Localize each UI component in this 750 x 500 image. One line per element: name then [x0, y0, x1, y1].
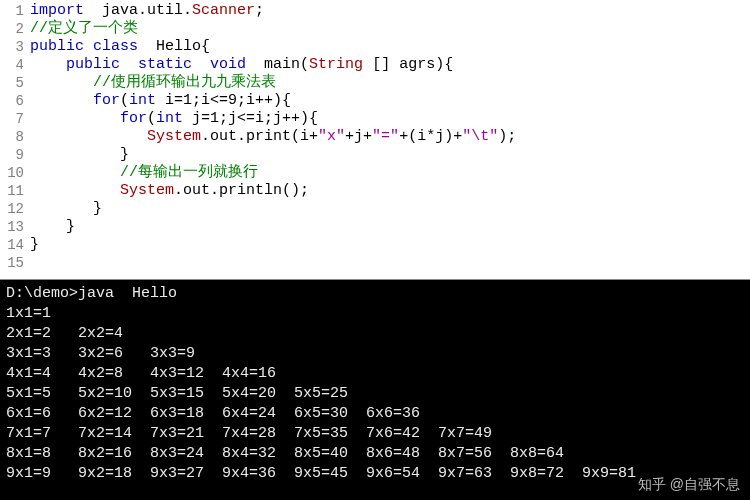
- code-token: [30, 110, 120, 127]
- code-token: }: [30, 146, 129, 163]
- code-line[interactable]: //定义了一个类: [30, 20, 750, 38]
- line-number: 9: [0, 146, 24, 164]
- code-line[interactable]: }: [30, 146, 750, 164]
- code-token: [] agrs){: [363, 56, 453, 73]
- code-editor[interactable]: 123456789101112131415 import java.util.S…: [0, 0, 750, 280]
- code-token: (: [147, 110, 156, 127]
- line-number: 12: [0, 200, 24, 218]
- code-token: for: [93, 92, 120, 109]
- terminal-row: 2x1=2 2x2=4: [6, 324, 744, 344]
- code-token: [30, 92, 93, 109]
- terminal-row: 8x1=8 8x2=16 8x3=24 8x4=32 8x5=40 8x6=48…: [6, 444, 744, 464]
- terminal-output: D:\demo>java Hello1x1=12x1=2 2x2=43x1=3 …: [0, 280, 750, 500]
- code-token: Scanner: [192, 2, 255, 19]
- terminal-row: 4x1=4 4x2=8 4x3=12 4x4=16: [6, 364, 744, 384]
- code-token: import: [30, 2, 84, 19]
- code-token: );: [498, 128, 516, 145]
- code-token: Hello{: [138, 38, 210, 55]
- code-token: System: [120, 182, 174, 199]
- code-token: [120, 56, 138, 73]
- code-token: "=": [372, 128, 399, 145]
- terminal-row: 9x1=9 9x2=18 9x3=27 9x4=36 9x5=45 9x6=54…: [6, 464, 744, 484]
- code-token: [30, 74, 93, 91]
- code-line[interactable]: //使用循环输出九九乘法表: [30, 74, 750, 92]
- code-line[interactable]: for(int i=1;i<=9;i++){: [30, 92, 750, 110]
- code-token: }: [30, 218, 75, 235]
- line-number: 4: [0, 56, 24, 74]
- code-token: void: [210, 56, 246, 73]
- code-line[interactable]: //每输出一列就换行: [30, 164, 750, 182]
- terminal-row: 6x1=6 6x2=12 6x3=18 6x4=24 6x5=30 6x6=36: [6, 404, 744, 424]
- terminal-row: 1x1=1: [6, 304, 744, 324]
- code-token: [30, 128, 147, 145]
- code-line[interactable]: for(int j=1;j<=i;j++){: [30, 110, 750, 128]
- code-token: .out.println();: [174, 182, 309, 199]
- code-token: //定义了一个类: [30, 20, 138, 37]
- code-line[interactable]: }: [30, 200, 750, 218]
- code-token: //使用循环输出九九乘法表: [93, 74, 276, 91]
- code-token: //每输出一列就换行: [120, 164, 258, 181]
- code-token: for: [120, 110, 147, 127]
- code-token: System: [147, 128, 201, 145]
- code-token: i=1;i<=9;i++){: [156, 92, 291, 109]
- line-number: 14: [0, 236, 24, 254]
- line-number-gutter: 123456789101112131415: [0, 0, 30, 279]
- code-token: +j+: [345, 128, 372, 145]
- line-number: 6: [0, 92, 24, 110]
- code-token: [30, 56, 66, 73]
- line-number: 11: [0, 182, 24, 200]
- line-number: 2: [0, 20, 24, 38]
- code-line[interactable]: public static void main(String [] agrs){: [30, 56, 750, 74]
- watermark-text: 知乎 @自强不息: [638, 476, 740, 494]
- line-number: 8: [0, 128, 24, 146]
- code-token: }: [30, 236, 39, 253]
- line-number: 3: [0, 38, 24, 56]
- code-token: "x": [318, 128, 345, 145]
- terminal-row: 7x1=7 7x2=14 7x3=21 7x4=28 7x5=35 7x6=42…: [6, 424, 744, 444]
- code-token: "\t": [462, 128, 498, 145]
- code-token: [30, 164, 120, 181]
- code-line[interactable]: System.out.println();: [30, 182, 750, 200]
- code-line[interactable]: }: [30, 218, 750, 236]
- terminal-prompt-line: D:\demo>java Hello: [6, 284, 744, 304]
- code-token: int: [156, 110, 183, 127]
- code-token: static: [138, 56, 192, 73]
- code-token: public class: [30, 38, 138, 55]
- line-number: 5: [0, 74, 24, 92]
- line-number: 7: [0, 110, 24, 128]
- code-line[interactable]: System.out.print(i+"x"+j+"="+(i*j)+"\t")…: [30, 128, 750, 146]
- code-token: java.util.: [102, 2, 192, 19]
- code-token: main(: [246, 56, 309, 73]
- code-token: [30, 182, 120, 199]
- code-area[interactable]: import java.util.Scanner;//定义了一个类public …: [30, 0, 750, 279]
- code-line[interactable]: [30, 254, 750, 272]
- code-token: (: [120, 92, 129, 109]
- code-token: +(i*j)+: [399, 128, 462, 145]
- code-token: [192, 56, 210, 73]
- terminal-row: 3x1=3 3x2=6 3x3=9: [6, 344, 744, 364]
- code-token: String: [309, 56, 363, 73]
- code-token: }: [30, 200, 102, 217]
- code-token: [84, 2, 102, 19]
- code-line[interactable]: import java.util.Scanner;: [30, 2, 750, 20]
- line-number: 15: [0, 254, 24, 272]
- code-token: ;: [255, 2, 264, 19]
- code-line[interactable]: }: [30, 236, 750, 254]
- code-token: j=1;j<=i;j++){: [183, 110, 318, 127]
- code-token: .out.print(i+: [201, 128, 318, 145]
- code-token: public: [66, 56, 120, 73]
- line-number: 10: [0, 164, 24, 182]
- code-line[interactable]: public class Hello{: [30, 38, 750, 56]
- line-number: 1: [0, 2, 24, 20]
- code-token: int: [129, 92, 156, 109]
- line-number: 13: [0, 218, 24, 236]
- terminal-row: 5x1=5 5x2=10 5x3=15 5x4=20 5x5=25: [6, 384, 744, 404]
